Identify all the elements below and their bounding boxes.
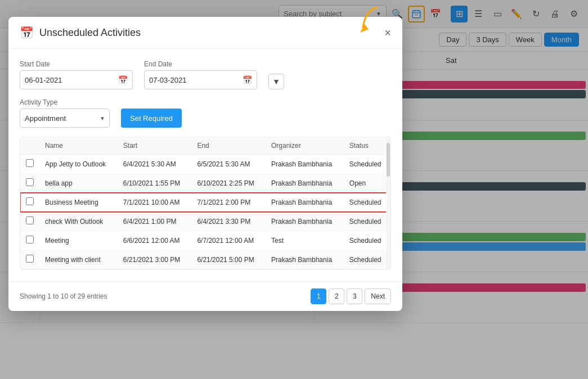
row-status: Scheduled [344,212,390,231]
scrollbar[interactable] [386,137,390,269]
row-organizer: Prakash Bambhania [266,155,344,174]
start-date-input[interactable] [25,76,115,84]
next-page-btn[interactable]: Next [365,288,391,304]
row-status: Scheduled [344,250,390,269]
end-date-group: End Date 📅 [144,60,257,89]
row-name: Meeting with client [39,250,118,269]
row-checkbox[interactable] [26,236,34,243]
activity-type-group: Activity Type Appointment ▼ [20,98,110,128]
activity-type-form-row: Activity Type Appointment ▼ Set Required [20,98,391,128]
row-end: 7/1/2021 2:00 PM [191,193,266,212]
activities-table-wrapper: Name Start End Organizer Status App Jett… [20,137,391,270]
modal-title-icon: 📅 [20,26,34,39]
row-start: 6/10/2021 1:55 PM [118,174,192,193]
set-required-button[interactable]: Set Required [121,109,182,128]
row-checkbox[interactable] [26,178,34,186]
filter-icon[interactable]: ▼ [268,74,284,89]
table-row: Business Meeting7/1/2021 10:00 AM7/1/202… [20,193,390,212]
row-end: 6/10/2021 2:25 PM [191,174,266,193]
modal-title: Unscheduled Activities [39,27,141,39]
row-name: Business Meeting [39,193,118,212]
unscheduled-activities-modal: 📅 Unscheduled Activities × Start Date 📅 … [8,17,402,311]
end-date-calendar-icon[interactable]: 📅 [243,75,252,84]
start-date-input-wrapper[interactable]: 📅 [20,70,133,89]
row-organizer: Prakash Bambhania [266,193,344,212]
row-organizer: Prakash Bambhania [266,174,344,193]
page-2-btn[interactable]: 2 [329,288,344,304]
modal-footer: Showing 1 to 10 of 29 entries 1 2 3 Next [8,281,402,311]
row-checkbox[interactable] [26,197,34,205]
showing-entries-text: Showing 1 to 10 of 29 entries [20,292,107,300]
col-checkbox [20,137,39,155]
row-start: 7/1/2021 10:00 AM [118,193,192,212]
row-checkbox-cell [20,155,39,174]
row-checkbox-cell [20,231,39,250]
row-start: 6/4/2021 5:30 AM [118,155,192,174]
row-end: 6/21/2021 5:00 PM [191,250,266,269]
table-row: check With Outlook6/4/2021 1:00 PM6/4/20… [20,212,390,231]
row-end: 6/7/2021 12:00 AM [191,231,266,250]
page-3-btn[interactable]: 3 [347,288,362,304]
row-name: check With Outlook [39,212,118,231]
activity-type-select[interactable]: Appointment [20,109,110,128]
row-status: Scheduled [344,155,390,174]
table-header-row: Name Start End Organizer Status [20,137,390,155]
row-organizer: Prakash Bambhania [266,212,344,231]
row-start: 6/6/2021 12:00 AM [118,231,192,250]
col-status: Status [344,137,390,155]
pagination: 1 2 3 Next [311,288,391,304]
activities-table: Name Start End Organizer Status App Jett… [20,137,390,269]
row-checkbox[interactable] [26,216,34,224]
table-row: App Jetty to Outlook6/4/2021 5:30 AM6/5/… [20,155,390,174]
row-name: Meeting [39,231,118,250]
row-status: Scheduled [344,231,390,250]
col-organizer: Organizer [266,137,344,155]
row-end: 6/4/2021 3:30 PM [191,212,266,231]
row-checkbox[interactable] [26,255,34,263]
end-date-input[interactable] [149,76,239,84]
table-row: bella app6/10/2021 1:55 PM6/10/2021 2:25… [20,174,390,193]
table-body: App Jetty to Outlook6/4/2021 5:30 AM6/5/… [20,155,390,269]
row-checkbox-cell [20,193,39,212]
page-1-btn[interactable]: 1 [311,288,326,304]
row-name: bella app [39,174,118,193]
table-row: Meeting6/6/2021 12:00 AM6/7/2021 12:00 A… [20,231,390,250]
row-organizer: Test [266,231,344,250]
row-status: Scheduled [344,193,390,212]
activity-type-label: Activity Type [20,98,110,106]
modal-close-button[interactable]: × [384,27,391,38]
row-start: 6/21/2021 3:00 PM [118,250,192,269]
row-end: 6/5/2021 5:30 AM [191,155,266,174]
col-name: Name [39,137,118,155]
table-row: Meeting with client6/21/2021 3:00 PM6/21… [20,250,390,269]
row-checkbox[interactable] [26,159,34,167]
end-date-label: End Date [144,60,257,68]
row-name: App Jetty to Outlook [39,155,118,174]
date-form-row: Start Date 📅 End Date 📅 ▼ [20,60,391,89]
activity-type-select-wrapper: Appointment ▼ [20,109,110,128]
start-date-label: Start Date [20,60,133,68]
start-date-calendar-icon[interactable]: 📅 [118,75,128,84]
end-date-input-wrapper[interactable]: 📅 [144,70,257,89]
col-start: Start [118,137,192,155]
col-end: End [191,137,266,155]
row-checkbox-cell [20,250,39,269]
start-date-group: Start Date 📅 [20,60,133,89]
scrollbar-thumb[interactable] [387,143,390,177]
row-checkbox-cell [20,174,39,193]
row-start: 6/4/2021 1:00 PM [118,212,192,231]
row-organizer: Prakash Bambhania [266,250,344,269]
row-status: Open [344,174,390,193]
modal-body: Start Date 📅 End Date 📅 ▼ Activity Type [8,49,402,281]
modal-header: 📅 Unscheduled Activities × [8,17,402,49]
row-checkbox-cell [20,212,39,231]
